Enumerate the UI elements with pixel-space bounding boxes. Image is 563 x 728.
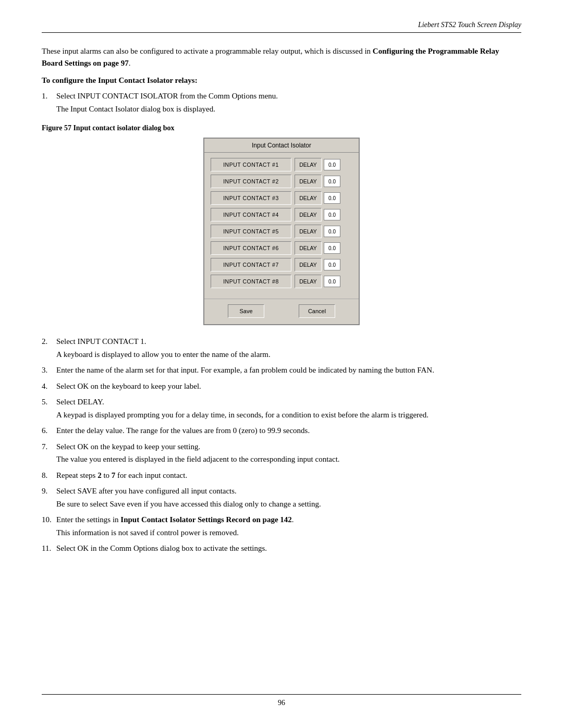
step-content: Enter the settings in Input Contact Isol… bbox=[56, 514, 521, 538]
step-content: Select OK on the keyboard to keep your l… bbox=[56, 380, 521, 392]
page-container: Liebert STS2 Touch Screen Display These … bbox=[0, 0, 563, 728]
delay-button-6[interactable]: DELAY bbox=[295, 241, 322, 255]
step-num: 8. bbox=[42, 470, 56, 482]
list-item: 2. Select INPUT CONTACT 1. A keyboard is… bbox=[42, 336, 521, 360]
delay-value-1: 0.0 bbox=[324, 159, 340, 170]
step-sub: A keypad is displayed prompting you for … bbox=[56, 409, 521, 421]
figure-caption: Figure 57 Input contact isolator dialog … bbox=[42, 124, 521, 132]
step-content: Select OK in the Comm Options dialog box… bbox=[56, 542, 521, 554]
steps-list: 1. Select INPUT CONTACT ISOLATOR from th… bbox=[42, 90, 521, 115]
intro-paragraph: These input alarms can also be configure… bbox=[42, 45, 521, 69]
list-item: 11. Select OK in the Comm Options dialog… bbox=[42, 542, 521, 554]
contact-row-6: INPUT CONTACT #6 DELAY 0.0 bbox=[211, 241, 352, 255]
list-item: 8. Repeat steps 2 to 7 for each input co… bbox=[42, 470, 521, 482]
list-item: 1. Select INPUT CONTACT ISOLATOR from th… bbox=[42, 90, 521, 115]
step-content: Select INPUT CONTACT ISOLATOR from the C… bbox=[56, 90, 521, 115]
contact-button-6[interactable]: INPUT CONTACT #6 bbox=[211, 241, 291, 255]
contact-button-7[interactable]: INPUT CONTACT #7 bbox=[211, 258, 291, 272]
step-sub: This information is not saved if control… bbox=[56, 527, 521, 539]
dialog-footer: Save Cancel bbox=[204, 299, 359, 324]
delay-button-4[interactable]: DELAY bbox=[295, 208, 322, 221]
header-title: Liebert STS2 Touch Screen Display bbox=[418, 21, 521, 29]
step-content: Enter the delay value. The range for the… bbox=[56, 425, 521, 437]
step-content: Select OK on the keypad to keep your set… bbox=[56, 441, 521, 465]
figure-container: Input Contact Isolator INPUT CONTACT #1 … bbox=[42, 138, 521, 325]
delay-value-5: 0.0 bbox=[324, 226, 340, 237]
step-num: 2. bbox=[42, 336, 56, 348]
list-item: 9. Select SAVE after you have configured… bbox=[42, 485, 521, 510]
contact-button-1[interactable]: INPUT CONTACT #1 bbox=[211, 158, 291, 171]
step-sub: The Input Contact Isolator dialog box is… bbox=[56, 103, 521, 115]
contact-row-1: INPUT CONTACT #1 DELAY 0.0 bbox=[211, 158, 352, 171]
step-num: 10. bbox=[42, 514, 56, 526]
header: Liebert STS2 Touch Screen Display bbox=[42, 21, 521, 33]
step-sub: Be sure to select Save even if you have … bbox=[56, 498, 521, 510]
contact-button-4[interactable]: INPUT CONTACT #4 bbox=[211, 208, 291, 221]
dialog-box: Input Contact Isolator INPUT CONTACT #1 … bbox=[203, 138, 360, 325]
steps-list-2: 2. Select INPUT CONTACT 1. A keyboard is… bbox=[42, 336, 521, 554]
list-item: 4. Select OK on the keyboard to keep you… bbox=[42, 380, 521, 392]
delay-button-1[interactable]: DELAY bbox=[295, 158, 322, 171]
contact-row-8: INPUT CONTACT #8 DELAY 0.0 bbox=[211, 275, 352, 288]
step-num: 3. bbox=[42, 364, 56, 376]
delay-value-6: 0.0 bbox=[324, 242, 340, 254]
page-number: 96 bbox=[278, 699, 285, 707]
delay-value-4: 0.0 bbox=[324, 209, 340, 220]
step-content: Repeat steps 2 to 7 for each input conta… bbox=[56, 470, 521, 482]
footer: 96 bbox=[42, 694, 521, 707]
delay-value-8: 0.0 bbox=[324, 276, 340, 287]
step-num: 11. bbox=[42, 542, 56, 554]
contact-row-5: INPUT CONTACT #5 DELAY 0.0 bbox=[211, 225, 352, 238]
step-num: 6. bbox=[42, 425, 56, 437]
contact-button-2[interactable]: INPUT CONTACT #2 bbox=[211, 175, 291, 188]
delay-button-2[interactable]: DELAY bbox=[295, 175, 322, 188]
contact-row-2: INPUT CONTACT #2 DELAY 0.0 bbox=[211, 175, 352, 188]
delay-button-3[interactable]: DELAY bbox=[295, 191, 322, 205]
contact-button-5[interactable]: INPUT CONTACT #5 bbox=[211, 225, 291, 238]
delay-button-7[interactable]: DELAY bbox=[295, 258, 322, 272]
delay-button-5[interactable]: DELAY bbox=[295, 225, 322, 238]
step-content: Enter the name of the alarm set for that… bbox=[56, 364, 521, 376]
step-num: 5. bbox=[42, 396, 56, 408]
cancel-button[interactable]: Cancel bbox=[299, 304, 335, 318]
delay-button-8[interactable]: DELAY bbox=[295, 275, 322, 288]
step-content: Select INPUT CONTACT 1. A keyboard is di… bbox=[56, 336, 521, 360]
list-item: 7. Select OK on the keypad to keep your … bbox=[42, 441, 521, 465]
step-sub: The value you entered is displayed in th… bbox=[56, 453, 521, 465]
delay-value-7: 0.0 bbox=[324, 259, 340, 270]
step-num: 4. bbox=[42, 380, 56, 392]
step-num: 1. bbox=[42, 90, 56, 102]
delay-value-2: 0.0 bbox=[324, 176, 340, 187]
list-item: 10. Enter the settings in Input Contact … bbox=[42, 514, 521, 538]
contact-row-4: INPUT CONTACT #4 DELAY 0.0 bbox=[211, 208, 352, 221]
contact-button-8[interactable]: INPUT CONTACT #8 bbox=[211, 275, 291, 288]
list-item: 6. Enter the delay value. The range for … bbox=[42, 425, 521, 437]
step-content: Select DELAY. A keypad is displayed prom… bbox=[56, 396, 521, 421]
dialog-body: INPUT CONTACT #1 DELAY 0.0 INPUT CONTACT… bbox=[204, 153, 359, 297]
section-heading: To configure the Input Contact Isolator … bbox=[42, 76, 521, 85]
step-num: 9. bbox=[42, 485, 56, 497]
list-item: 3. Enter the name of the alarm set for t… bbox=[42, 364, 521, 376]
step-num: 7. bbox=[42, 441, 56, 453]
step-sub: A keyboard is displayed to allow you to … bbox=[56, 349, 521, 361]
step-content: Select SAVE after you have configured al… bbox=[56, 485, 521, 510]
dialog-title: Input Contact Isolator bbox=[204, 139, 359, 153]
contact-button-3[interactable]: INPUT CONTACT #3 bbox=[211, 191, 291, 205]
delay-value-3: 0.0 bbox=[324, 192, 340, 204]
contact-row-3: INPUT CONTACT #3 DELAY 0.0 bbox=[211, 191, 352, 205]
list-item: 5. Select DELAY. A keypad is displayed p… bbox=[42, 396, 521, 421]
contact-row-7: INPUT CONTACT #7 DELAY 0.0 bbox=[211, 258, 352, 272]
save-button[interactable]: Save bbox=[228, 304, 264, 318]
